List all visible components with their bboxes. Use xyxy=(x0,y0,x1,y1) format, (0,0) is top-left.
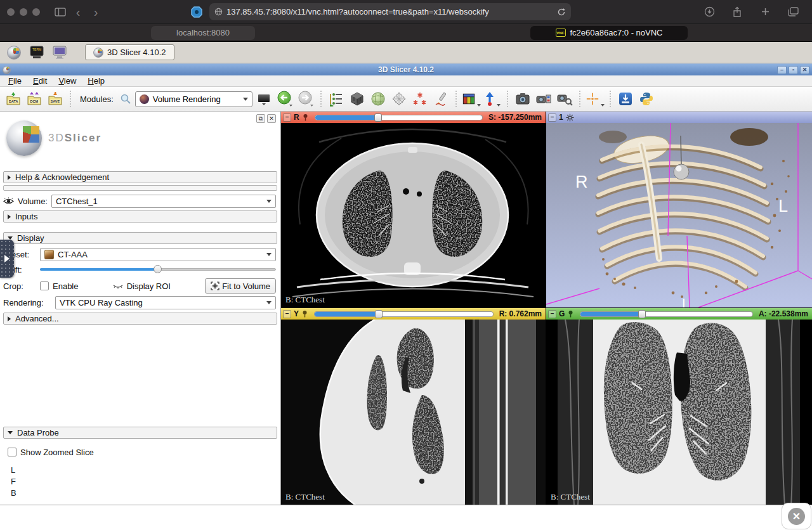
forward-icon[interactable]: › xyxy=(87,4,105,20)
shift-slider-handle[interactable] xyxy=(154,265,162,273)
green-slice-view[interactable]: – G A: -22.538mm xyxy=(546,308,812,505)
mouse-mode-dropdown-arrow[interactable] xyxy=(497,104,501,107)
reload-icon[interactable] xyxy=(557,8,566,16)
red-slice-slider[interactable] xyxy=(315,115,483,120)
green-slice-slider[interactable] xyxy=(580,311,753,317)
data-module-icon[interactable] xyxy=(348,89,367,109)
inputs-section[interactable]: Inputs xyxy=(3,210,277,223)
volume-selector[interactable]: CTChest_1 xyxy=(51,195,276,208)
load-dicom-button[interactable]: DCM xyxy=(25,89,44,109)
module-forward-button[interactable] xyxy=(296,89,315,109)
close-window-button[interactable] xyxy=(7,8,15,16)
preset-selector[interactable]: CT-AAA xyxy=(40,248,276,261)
collapse-button[interactable]: – xyxy=(283,113,291,122)
red-slice-canvas[interactable]: B: CTChest xyxy=(281,123,546,307)
menu-view[interactable]: View xyxy=(53,76,82,86)
collapse-button[interactable]: – xyxy=(548,113,556,122)
slicer-launcher-icon[interactable] xyxy=(5,44,23,61)
crosshair-dropdown-arrow[interactable] xyxy=(601,104,605,107)
yellow-slice-view[interactable]: – Y R: 0.762mm xyxy=(281,308,546,505)
close-button[interactable]: ✕ xyxy=(800,66,809,74)
annotations-module-icon[interactable] xyxy=(431,89,450,109)
green-slice-canvas[interactable]: B: CTChest xyxy=(546,320,812,505)
threed-view-controller[interactable]: – 1 xyxy=(546,112,812,123)
novnc-close-button[interactable]: ✕ xyxy=(782,503,811,529)
roi-visibility-eye-icon[interactable] xyxy=(113,283,123,290)
maximize-button[interactable]: ▫ xyxy=(789,66,798,74)
display-launcher-icon[interactable] xyxy=(51,44,69,61)
threed-canvas[interactable]: R L I xyxy=(546,123,812,307)
crop-enable-checkbox[interactable] xyxy=(40,281,49,290)
module-history-button[interactable] xyxy=(254,89,273,109)
load-data-button[interactable]: DATA xyxy=(4,89,23,109)
zoom-window-button[interactable] xyxy=(32,8,40,16)
help-acknowledgement-section[interactable]: Help & Acknowledgement xyxy=(3,171,277,183)
tab-novnc[interactable]: VNC fc2e60a86ac7:0 - noVNC xyxy=(406,24,812,41)
minimize-button[interactable]: – xyxy=(777,66,787,74)
tab-localhost[interactable]: localhost:8080 xyxy=(0,24,406,41)
address-bar[interactable]: 137.85.45.7:8080/x11/vnc.html?autoconnec… xyxy=(209,3,571,20)
sidebar-icon[interactable] xyxy=(51,4,69,20)
share-icon[interactable] xyxy=(728,4,746,20)
back-icon[interactable]: ‹ xyxy=(69,4,87,20)
layout-selector-button[interactable] xyxy=(462,89,481,109)
volumes-module-icon[interactable] xyxy=(369,89,388,109)
downloads-icon[interactable] xyxy=(700,4,718,20)
pin-icon[interactable] xyxy=(302,113,309,121)
red-slider-handle[interactable] xyxy=(374,113,382,122)
scene-view-capture-button[interactable] xyxy=(534,89,553,109)
models-module-icon[interactable] xyxy=(390,89,409,109)
module-search-icon[interactable] xyxy=(118,89,133,109)
python-console-button[interactable] xyxy=(637,89,656,109)
green-slice-controller[interactable]: – G A: -22.538mm xyxy=(546,308,812,320)
scene-view-restore-button[interactable] xyxy=(555,89,574,109)
red-slice-controller[interactable]: – R S: -157.250mm xyxy=(281,112,546,123)
show-module-panel-icon[interactable] xyxy=(327,89,346,109)
view-options-sun-icon[interactable] xyxy=(566,113,574,122)
tab-overview-icon[interactable] xyxy=(784,4,802,20)
show-zoomed-slice-checkbox[interactable] xyxy=(8,448,16,456)
new-tab-icon[interactable] xyxy=(756,4,774,20)
fit-to-volume-button[interactable]: Fit to Volume xyxy=(205,278,276,294)
crosshair-button[interactable] xyxy=(586,89,605,109)
panel-undock-button[interactable]: ⧉ xyxy=(256,114,265,123)
extensions-manager-button[interactable] xyxy=(616,89,635,109)
advanced-section[interactable]: Advanced... xyxy=(3,313,277,325)
menu-edit[interactable]: Edit xyxy=(27,76,53,86)
threed-view[interactable]: – 1 xyxy=(546,112,812,307)
data-probe-section[interactable]: Data Probe xyxy=(3,427,277,439)
display-section[interactable]: Display xyxy=(3,232,277,244)
module-panel: ⧉ ✕ 3DSlicer Help & Acknowledgement Volu… xyxy=(0,112,281,505)
green-slider-handle[interactable] xyxy=(638,310,646,318)
menu-file[interactable]: File xyxy=(3,76,27,86)
module-back-button[interactable] xyxy=(275,89,294,109)
markups-module-icon[interactable] xyxy=(410,89,429,109)
pin-icon[interactable] xyxy=(567,310,574,318)
panel-close-button[interactable]: ✕ xyxy=(267,114,276,123)
yellow-slice-slider[interactable] xyxy=(314,311,494,317)
save-data-button[interactable]: SAVE xyxy=(46,89,65,109)
module-selector[interactable]: Volume Rendering xyxy=(135,91,252,107)
collapse-button[interactable]: – xyxy=(548,310,556,318)
screenshot-button[interactable] xyxy=(513,89,532,109)
yellow-slice-controller[interactable]: – Y R: 0.762mm xyxy=(281,308,546,320)
shift-slider[interactable] xyxy=(40,265,276,274)
main-content: ⧉ ✕ 3DSlicer Help & Acknowledgement Volu… xyxy=(0,112,812,505)
pin-icon[interactable] xyxy=(301,310,308,318)
rendering-selector[interactable]: VTK CPU Ray Casting xyxy=(55,296,276,309)
privacy-shield-icon[interactable] xyxy=(190,6,203,18)
taskbar-app-button[interactable]: 3D Slicer 4.10.2 xyxy=(85,44,174,60)
minimize-window-button[interactable] xyxy=(20,8,27,16)
terminal-launcher-icon[interactable]: TERM xyxy=(28,44,46,61)
mouse-interaction-mode-button[interactable] xyxy=(483,89,502,109)
menu-help[interactable]: Help xyxy=(82,76,110,86)
svg-text:SAVE: SAVE xyxy=(51,100,60,103)
window-titlebar[interactable]: 3D Slicer 4.10.2 – ▫ ✕ xyxy=(0,63,812,75)
red-slice-view[interactable]: – R S: -157.250mm xyxy=(281,112,546,307)
window-traffic-lights[interactable] xyxy=(7,8,40,16)
yellow-slider-handle[interactable] xyxy=(375,310,383,318)
layout-dropdown-arrow[interactable] xyxy=(477,104,481,107)
yellow-slice-canvas[interactable]: B: CTChest xyxy=(281,320,546,505)
novnc-control-bar-handle[interactable] xyxy=(0,240,14,278)
collapse-button[interactable]: – xyxy=(283,310,291,318)
